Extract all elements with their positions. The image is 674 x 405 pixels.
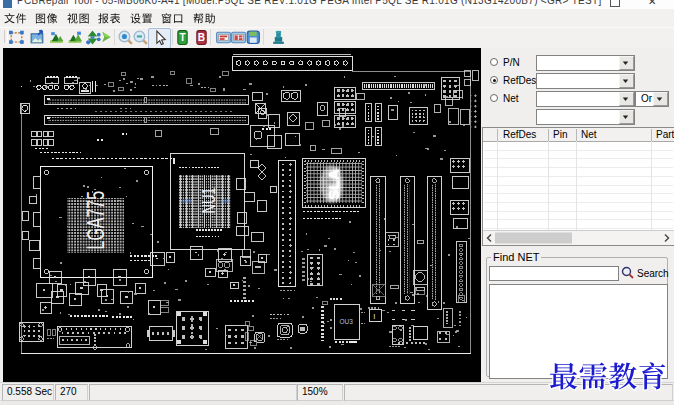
svg-text:SLA: SLA [325, 169, 342, 200]
svg-text:I: I [373, 312, 375, 321]
svg-text:B: B [198, 32, 205, 43]
svg-text:NU1: NU1 [197, 187, 218, 213]
svg-text:LGA775: LGA775 [83, 191, 109, 250]
svg-text:OU3: OU3 [340, 318, 354, 325]
svg-text:T: T [179, 32, 186, 43]
